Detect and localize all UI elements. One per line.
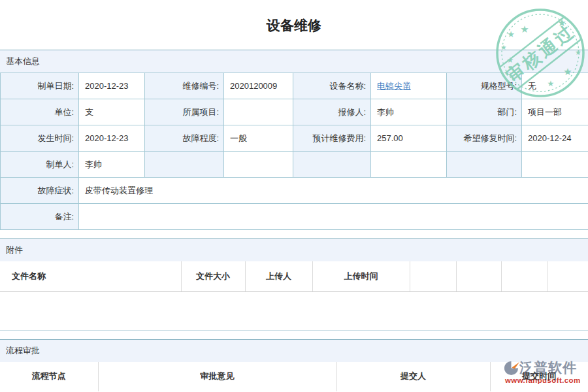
field-value [79,204,588,230]
field-value [371,152,447,178]
section-divider [0,230,588,238]
field-value: 李帅 [371,99,447,125]
section-approval-flow: 流程审批 [0,339,588,362]
field-value: 李帅 [79,152,145,178]
page-title: 设备维修 [0,0,588,50]
col-header-flow-node: 流程节点 [0,362,98,391]
table-header-row: 文件名称 文件大小 上传人 上传时间 [0,261,588,291]
approval-table: 流程节点 审批意见 提交人 提交时间 [0,362,588,391]
field-label: 备注: [1,204,79,230]
field-label: 设备名称: [293,73,371,99]
field-label: 故障程度: [145,125,224,152]
field-label: 规格型号: [447,73,522,99]
table-row: 备注: [1,204,588,230]
col-header-empty [501,261,547,291]
col-header-empty [547,261,588,291]
field-label: 维修编号: [145,73,224,99]
col-header-uploader: 上传人 [245,261,312,291]
device-name-link[interactable]: 电镐尖凿 [377,81,411,91]
field-label: 希望修复时间: [447,125,522,152]
field-label: 所属项目: [145,99,224,125]
field-value: 2020-12-23 [79,73,145,99]
col-header-submit-time: 提交时间 [490,362,588,391]
field-value: 2020-12-23 [79,125,145,152]
col-header-empty [456,261,501,291]
col-header-approval-opinion: 审批意见 [98,362,336,391]
field-label [145,152,224,178]
field-label: 报修人: [293,99,371,125]
field-label [293,152,371,178]
section-divider [0,331,588,339]
field-label: 制单人: [1,152,79,178]
col-header-submitter: 提交人 [336,362,490,391]
table-row: 制单日期: 2020-12-23 维修编号: 2020120009 设备名称: … [1,73,588,99]
col-header-file-name: 文件名称 [0,261,181,291]
field-value: 项目一部 [522,99,588,125]
attachments-table: 文件名称 文件大小 上传人 上传时间 [0,261,588,292]
section-attachments: 附件 [0,238,588,261]
field-value: 2020120009 [224,73,293,99]
table-row: 故障症状: 皮带传动装置修理 [1,178,588,204]
col-header-empty [410,261,456,291]
field-label: 部门: [447,99,522,125]
field-value [224,152,293,178]
field-label [447,152,522,178]
section-basic-info: 基本信息 [0,50,588,73]
field-label: 发生时间: [1,125,79,152]
attachments-empty-body [0,292,588,331]
table-header-row: 流程节点 审批意见 提交人 提交时间 [0,362,588,391]
table-row: 发生时间: 2020-12-23 故障程度: 一般 预计维修费用: 257.00… [1,125,588,152]
field-label: 故障症状: [1,178,79,204]
field-label: 预计维修费用: [293,125,371,152]
field-value [224,99,293,125]
table-row: 制单人: 李帅 [1,152,588,178]
field-label: 单位: [1,99,79,125]
col-header-upload-time: 上传时间 [312,261,410,291]
field-value: 257.00 [371,125,447,152]
field-label: 制单日期: [1,73,79,99]
field-value: 无 [522,73,588,99]
table-row: 单位: 支 所属项目: 报修人: 李帅 部门: 项目一部 [1,99,588,125]
field-value: 皮带传动装置修理 [79,178,588,204]
field-value: 一般 [224,125,293,152]
field-value: 2020-12-24 [522,125,588,152]
field-value: 电镐尖凿 [371,73,447,99]
col-header-file-size: 文件大小 [181,261,245,291]
field-value: 支 [79,99,145,125]
basic-info-table: 制单日期: 2020-12-23 维修编号: 2020120009 设备名称: … [0,73,588,230]
field-value [522,152,588,178]
